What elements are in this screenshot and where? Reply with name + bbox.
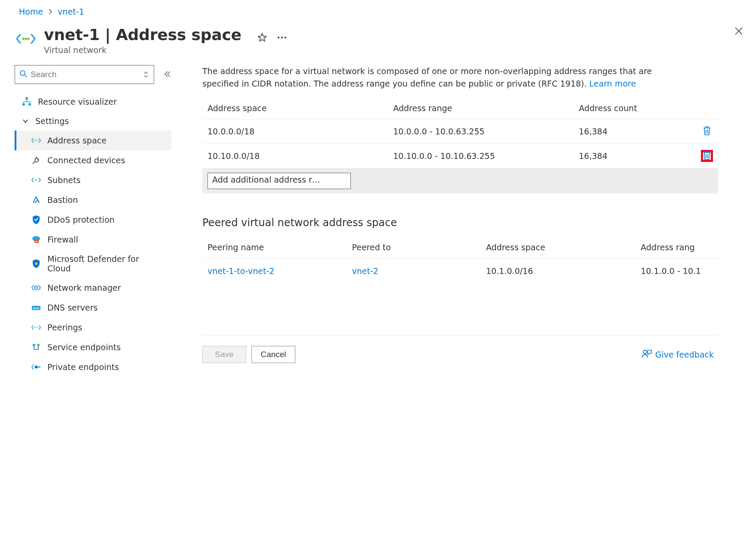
vnet-icon [31,135,41,146]
sidebar-search-input[interactable] [31,70,140,79]
sidebar-item-connected-devices[interactable]: Connected devices [15,150,171,170]
nav-label: Subnets [47,175,81,185]
bastion-icon [31,195,41,205]
table-row: 10.0.0.0/18 10.0.0.0 - 10.0.63.255 16,38… [202,119,718,143]
breadcrumb-home-link[interactable]: Home [19,7,43,16]
svg-point-30 [643,350,647,354]
plug-icon [31,155,41,165]
close-icon[interactable] [734,26,744,36]
nav-label: Service endpoints [47,342,121,352]
cell-address-count: 16,384 [574,143,688,168]
cell-address-count: 16,384 [574,119,688,143]
svg-point-29 [35,366,38,369]
svg-point-1 [25,37,27,40]
cell-address-space: 10.1.0.0/16 [481,258,635,283]
cell-address-range: 10.10.0.0 - 10.10.63.255 [388,143,573,168]
sidebar-item-network-manager[interactable]: Network manager [15,278,171,298]
svg-rect-8 [25,97,28,100]
table-row: 10.10.0.0/18 10.10.0.0 - 10.10.63.255 16… [202,143,718,168]
nav-label: Bastion [47,195,78,205]
cell-address-range: 10.1.0.0 - 10.1 [635,258,718,283]
svg-point-26 [37,327,38,328]
sidebar-item-resource-visualizer[interactable]: Resource visualizer [15,92,171,112]
nav-label: Private endpoints [47,362,119,372]
svg-line-7 [25,75,27,77]
defender-shield-icon [31,258,41,269]
chevron-right-icon [48,8,53,16]
sidebar: Resource visualizer Settings Address spa… [15,65,171,377]
sidebar-search-box[interactable] [15,65,154,84]
sidebar-item-subnets[interactable]: Subnets [15,170,171,190]
sidebar-item-address-space[interactable]: Address space [15,131,171,150]
peerings-icon [31,322,41,333]
svg-point-12 [37,140,38,141]
footer-bar: Save Cancel Give feedback [202,335,718,373]
network-gear-icon [31,283,41,293]
page-title: vnet-1 | Address space [44,26,242,44]
sidebar-item-firewall[interactable]: Firewall [15,230,171,249]
page-header: vnet-1 | Address space Virtual network [0,21,756,65]
save-button[interactable]: Save [202,346,246,363]
sidebar-item-bastion[interactable]: Bastion [15,190,171,210]
column-header-address-count: Address count [574,99,688,119]
column-header-address-space: Address space [481,238,635,258]
give-feedback-link[interactable]: Give feedback [641,349,714,360]
add-address-range-input[interactable]: Add additional address r… [208,173,351,189]
delete-row-button[interactable] [701,125,713,137]
svg-point-4 [281,37,283,38]
peered-to-link[interactable]: vnet-2 [352,266,378,276]
cell-address-space[interactable]: 10.0.0.0/18 [202,119,388,143]
table-row: vnet-1-to-vnet-2 vnet-2 10.1.0.0/16 10.1… [202,258,718,283]
delete-row-button[interactable] [701,150,713,162]
svg-point-13 [35,180,36,181]
feedback-icon [641,349,652,360]
svg-text:www: www [32,307,40,310]
description-text: The address space for a virtual network … [202,65,689,90]
nav-label: Firewall [47,235,78,244]
shield-icon [31,215,41,225]
svg-point-28 [37,344,40,346]
sidebar-item-dns-servers[interactable]: www DNS servers [15,298,171,317]
column-header-peering-name: Peering name [202,238,347,258]
resource-type-label: Virtual network [44,45,287,55]
nav-label: Settings [35,116,69,126]
sidebar-item-private-endpoints[interactable]: Private endpoints [15,357,171,377]
column-header-address-space: Address space [202,99,388,119]
collapse-sidebar-icon[interactable] [164,70,171,79]
nav-label: Microsoft Defender for Cloud [47,254,151,273]
column-header-address-range: Address range [388,99,573,119]
cancel-button[interactable]: Cancel [251,346,295,363]
svg-point-2 [27,37,29,40]
search-icon [19,70,27,79]
peering-link[interactable]: vnet-1-to-vnet-2 [208,266,274,276]
sidebar-item-service-endpoints[interactable]: Service endpoints [15,337,171,357]
svg-point-27 [33,344,35,346]
cell-address-range: 10.0.0.0 - 10.0.63.255 [388,119,573,143]
nav-label: Address space [47,136,106,145]
sidebar-item-defender[interactable]: Microsoft Defender for Cloud [15,249,171,278]
learn-more-link[interactable]: Learn more [589,79,636,88]
breadcrumb: Home vnet-1 [0,0,756,21]
cell-address-space[interactable]: 10.10.0.0/18 [202,143,388,168]
more-ellipsis-icon[interactable] [277,32,287,43]
svg-point-21 [36,287,37,289]
vnet-icon [31,175,41,185]
sidebar-group-settings[interactable]: Settings [15,112,171,131]
favorite-star-icon[interactable] [257,32,267,43]
nav-label: Network manager [47,283,121,292]
column-header-peered-to: Peered to [347,238,480,258]
private-endpoint-icon [31,362,41,372]
svg-point-14 [37,180,38,181]
svg-rect-10 [28,103,31,106]
sidebar-item-peerings[interactable]: Peerings [15,317,171,337]
svg-point-25 [35,327,36,328]
peered-address-space-table: Peering name Peered to Address space Add… [202,238,718,283]
peered-section-title: Peered virtual network address space [202,217,718,229]
add-address-row: Add additional address r… [202,168,718,193]
svg-rect-9 [22,103,25,106]
trash-icon [702,125,712,137]
sidebar-item-ddos[interactable]: DDoS protection [15,210,171,230]
breadcrumb-current-link[interactable]: vnet-1 [58,7,84,16]
trash-icon [702,150,712,162]
sort-updown-icon[interactable] [143,71,150,78]
